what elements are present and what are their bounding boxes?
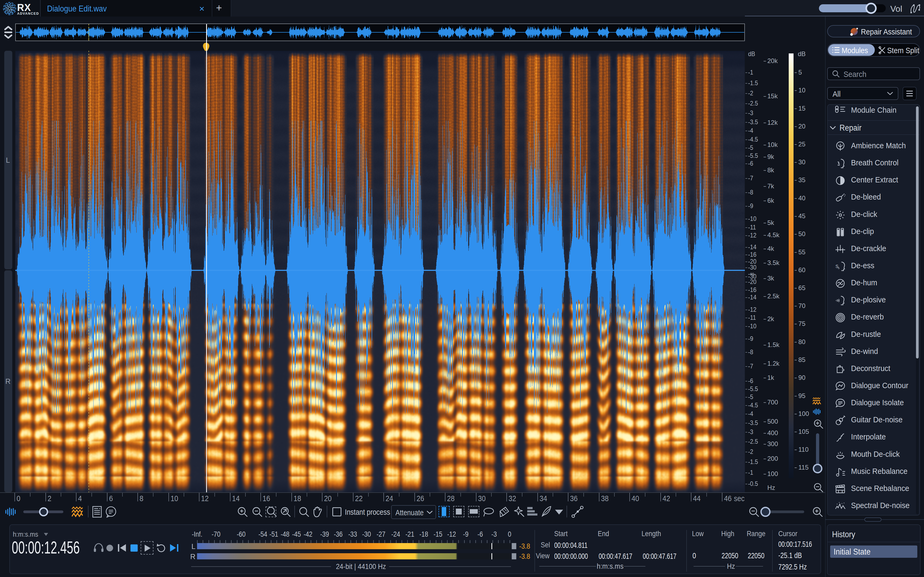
svg-text:s: s — [838, 266, 840, 270]
